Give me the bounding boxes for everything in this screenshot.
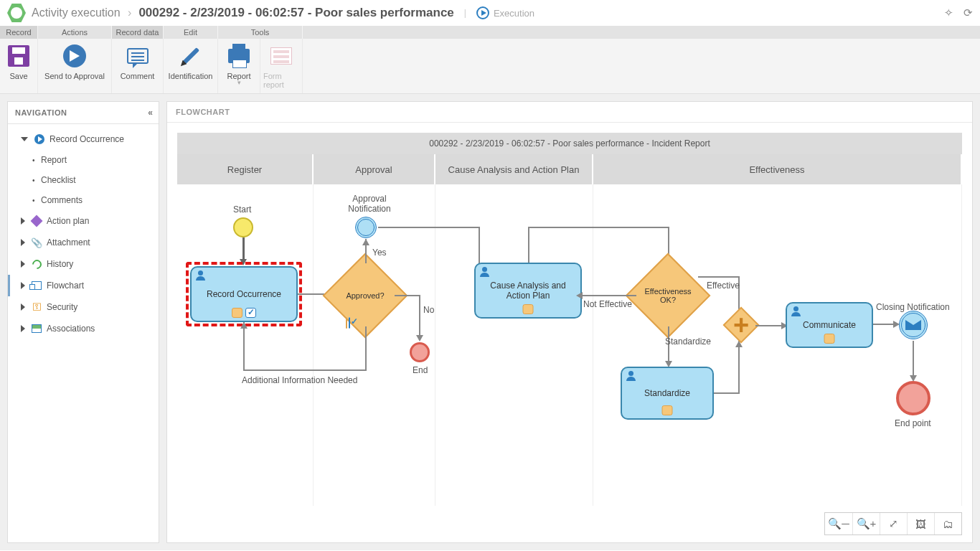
lane-approval: Approval — [314, 154, 435, 184]
send-to-approval-button[interactable]: Send to Approval — [38, 39, 112, 93]
report-dropdown-icon[interactable]: ▾ — [237, 80, 241, 85]
task-label: Standardize — [644, 388, 690, 398]
tree-view-button[interactable]: 🗂 — [934, 513, 961, 534]
sidebar-item-label: Associations — [47, 324, 95, 334]
paperclip-icon: 📎 — [31, 237, 42, 248]
note-icon — [523, 304, 534, 314]
comment-button[interactable]: Comment — [112, 39, 164, 93]
ribbon-group-recorddata: Record data — [112, 26, 164, 39]
ribbon-group-actions: Actions — [38, 26, 112, 39]
zoom-fit-button[interactable]: ⤢ — [880, 513, 907, 534]
check-icon — [245, 308, 256, 318]
sidebar-header: NAVIGATION — [15, 108, 67, 117]
end-label: End — [413, 365, 428, 375]
sidebar-item-report[interactable]: Report — [8, 150, 159, 170]
task-label: Cause Analysis and Action Plan — [480, 281, 576, 301]
lane-effectiveness: Effectiveness — [593, 154, 962, 184]
edge-label-not-effective: Not Effective — [583, 299, 632, 309]
ribbon-group-edit: Edit — [164, 26, 218, 39]
chevron-right-icon — [21, 325, 25, 332]
key-icon: ⚿ — [31, 301, 42, 313]
play-circle-icon — [34, 134, 44, 144]
send-label: Send to Approval — [44, 72, 105, 80]
execution-mode-label: Execution — [494, 8, 534, 19]
end-point-label: End point — [895, 418, 931, 428]
sidebar-item-associations[interactable]: Associations — [8, 318, 159, 339]
user-icon — [196, 270, 206, 281]
form-label: Form report — [263, 72, 299, 89]
save-icon — [8, 45, 29, 67]
user-icon — [480, 267, 490, 277]
intermediate-event-approval-notification[interactable] — [355, 217, 377, 238]
pencil-icon — [182, 47, 199, 65]
ribbon-group-record: Record — [0, 26, 38, 39]
task-label: Record Occurrence — [207, 289, 281, 299]
breadcrumb-root: Activity execution — [32, 6, 121, 19]
associations-icon — [32, 324, 42, 333]
message-event-closing[interactable] — [899, 311, 928, 339]
zoom-toolbar: 🔍─ 🔍+ ⤢ 🖼 🗂 — [824, 512, 962, 535]
save-button[interactable]: Save — [0, 39, 38, 93]
breadcrumb-sep-icon: › — [128, 6, 131, 19]
sidebar-item-history[interactable]: History — [8, 253, 159, 275]
cube-icon — [31, 215, 43, 227]
flowchart-icon — [32, 281, 42, 290]
task-communicate[interactable]: Communicate — [786, 302, 873, 348]
sidebar-item-label: Report — [41, 155, 67, 165]
chevron-down-icon — [21, 137, 28, 141]
edge-label-no: No — [423, 305, 434, 315]
expand-up-icon[interactable]: ✧ — [944, 6, 953, 19]
note-icon — [662, 405, 673, 415]
flowchart-canvas[interactable]: 000292 - 2/23/2019 - 06:02:57 - Poor sal… — [177, 133, 962, 506]
sidebar-item-flowchart[interactable]: Flowchart — [8, 275, 159, 296]
execution-play-icon — [476, 6, 489, 19]
export-image-button[interactable]: 🖼 — [907, 513, 934, 534]
comment-icon — [127, 48, 149, 64]
note-icon — [232, 308, 242, 318]
task-standardize[interactable]: Standardize — [621, 367, 714, 420]
lane-register: Register — [177, 154, 314, 184]
printer-icon — [228, 49, 250, 63]
end-event[interactable] — [410, 342, 430, 362]
sidebar-item-checklist[interactable]: Checklist — [8, 170, 159, 190]
sidebar-item-label: History — [47, 259, 73, 269]
identification-button[interactable]: Identification — [164, 39, 218, 93]
sidebar-item-label: Attachment — [47, 237, 90, 248]
ribbon-group-row: Record Actions Record data Edit Tools — [0, 26, 980, 39]
flowchart-panel-header: FLOWCHART — [167, 102, 972, 123]
lane-header-row: Register Approval Cause Analysis and Act… — [177, 154, 962, 184]
user-icon — [626, 371, 636, 381]
refresh-icon[interactable]: ⟳ — [963, 6, 973, 19]
start-event[interactable] — [233, 217, 253, 237]
sidebar-item-record-occurrence[interactable]: Record Occurrence — [8, 128, 159, 150]
chevron-right-icon — [21, 239, 25, 246]
report-button[interactable]: Report ▾ — [218, 39, 260, 93]
form-report-button: Form report — [260, 39, 303, 93]
zoom-out-button[interactable]: 🔍─ — [825, 513, 852, 534]
edge-label-standardize: Standardize — [665, 336, 711, 347]
task-record-occurrence[interactable]: Record Occurrence — [190, 266, 298, 322]
sidebar-item-label: Checklist — [41, 175, 76, 185]
sidebar-item-label: Comments — [41, 195, 83, 205]
title-divider: | — [464, 8, 466, 18]
pool-title: 000292 - 2/23/2019 - 06:02:57 - Poor sal… — [177, 133, 962, 154]
sidebar-item-comments[interactable]: Comments — [8, 190, 159, 210]
sidebar-item-action-plan[interactable]: Action plan — [8, 210, 159, 232]
task-cause-analysis[interactable]: Cause Analysis and Action Plan — [474, 263, 582, 319]
comment-label: Comment — [121, 72, 155, 80]
navigation-sidebar: NAVIGATION « Record Occurrence Report Ch… — [7, 101, 159, 543]
zoom-in-button[interactable]: 🔍+ — [852, 513, 880, 534]
check-icon — [349, 317, 350, 329]
gateway-label: Approved? — [336, 267, 394, 324]
sidebar-item-attachment[interactable]: 📎 Attachment — [8, 232, 159, 253]
sidebar-item-label: Flowchart — [47, 281, 84, 291]
end-point-event[interactable] — [896, 381, 930, 415]
start-label: Start — [233, 204, 251, 215]
sidebar-collapse-icon[interactable]: « — [148, 108, 151, 118]
ribbon-group-tools: Tools — [218, 26, 303, 39]
ident-label: Identification — [169, 72, 213, 80]
app-logo — [7, 4, 26, 22]
sidebar-item-label: Security — [47, 302, 77, 312]
user-icon — [791, 306, 801, 316]
sidebar-item-security[interactable]: ⚿ Security — [8, 296, 159, 318]
